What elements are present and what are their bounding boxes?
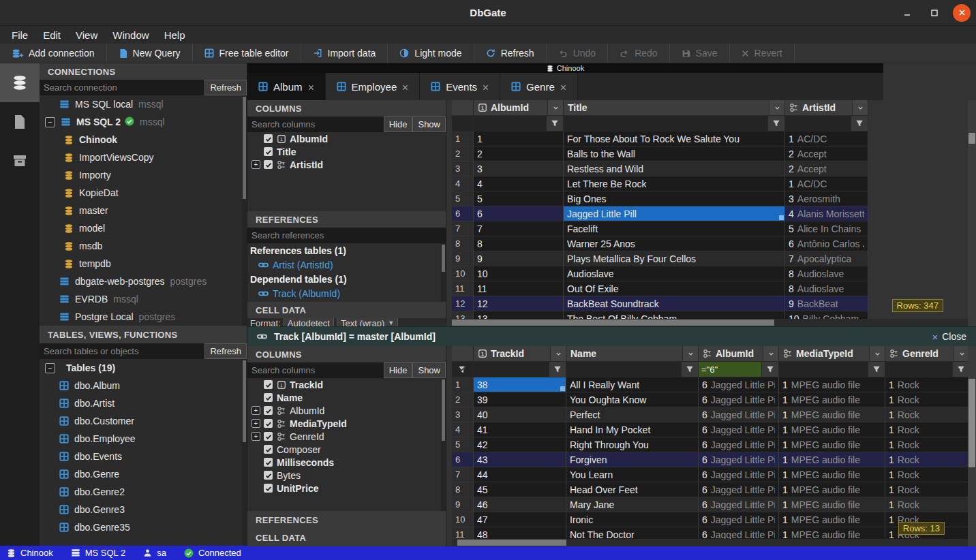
checkbox-checked[interactable] (264, 419, 273, 428)
filter-input-trackid[interactable] (474, 362, 566, 377)
tree-item-ms-sql-2[interactable]: −MS SQL 2mssql (40, 113, 247, 131)
data-cell[interactable]: 1MPEG audio file (779, 497, 885, 512)
tree-item-master[interactable]: master (40, 202, 247, 219)
tab-employee[interactable]: Employee (326, 73, 421, 100)
data-cell[interactable]: 39 (474, 392, 566, 407)
row-number-cell[interactable]: 2 (452, 392, 474, 407)
vertical-scrollbar[interactable] (968, 100, 976, 326)
horizontal-scrollbar[interactable] (452, 319, 968, 326)
data-cell[interactable]: 1Rock (885, 467, 970, 482)
minimize-button[interactable] (898, 4, 916, 22)
column-item-bytes[interactable]: Bytes (247, 469, 446, 482)
tree-item-tables-19-[interactable]: −Tables (19) (40, 359, 247, 377)
column-header-genreid[interactable]: GenreId (885, 346, 970, 362)
tab-close-icon[interactable] (560, 81, 566, 93)
scrollbar[interactable] (441, 243, 446, 302)
column-item-name[interactable]: Name (247, 391, 446, 404)
columns-hide-button[interactable]: Hide (384, 116, 413, 132)
close-reference-button[interactable]: × Close (932, 331, 966, 343)
data-cell[interactable]: 1Rock (885, 377, 970, 392)
column-item-genreid[interactable]: +GenreId (247, 430, 446, 443)
column-menu-button[interactable] (547, 100, 563, 115)
data-cell[interactable]: Right Through You (566, 437, 699, 452)
reference-link-artist-artistid-[interactable]: Artist (ArtistId) (247, 258, 446, 272)
reference-link-track-albumid-[interactable]: Track (AlbumId) (247, 286, 446, 300)
tree-item-dbo-genre3[interactable]: dbo.Genre3 (40, 501, 247, 518)
data-cell[interactable]: 45 (474, 482, 566, 497)
data-cell[interactable]: Mary Jane (566, 497, 699, 512)
tab-close-icon[interactable] (308, 81, 314, 93)
filter-input-albumid[interactable] (474, 116, 564, 131)
data-cell[interactable]: 6Jagged Little Pill (699, 497, 779, 512)
vertical-scrollbar-thumb[interactable] (969, 379, 975, 467)
filter-menu-button[interactable] (681, 362, 698, 377)
data-cell[interactable]: You Learn (566, 467, 699, 482)
data-cell[interactable]: Plays Metallica By Four Cellos (564, 251, 785, 266)
filter-menu-button[interactable] (549, 362, 566, 377)
tree-item-tempdb[interactable]: tempdb (40, 255, 247, 273)
row-number-cell[interactable]: 1 (452, 131, 474, 146)
row-number-cell[interactable]: 5 (452, 191, 474, 206)
checkbox-checked[interactable] (264, 134, 273, 143)
data-cell[interactable]: 1AC/DC (785, 176, 868, 191)
column-header-mediatypeid[interactable]: MediaTypeId (779, 346, 885, 362)
tree-item-dbo-genre2[interactable]: dbo.Genre2 (40, 483, 247, 501)
data-cell[interactable]: 38 (474, 377, 566, 392)
checkbox-checked[interactable] (264, 432, 273, 441)
data-cell[interactable]: 6Jagged Little Pill (699, 452, 779, 467)
data-cell[interactable]: You Oughta Know (566, 392, 699, 407)
data-cell[interactable]: Hand In My Pocket (566, 422, 699, 437)
tree-item-dbo-customer[interactable]: dbo.Customer (40, 412, 247, 430)
column-item-artistid[interactable]: +ArtistId (247, 158, 446, 171)
row-number-cell[interactable]: 8 (452, 236, 474, 251)
menu-edit[interactable]: Edit (35, 29, 68, 41)
data-cell[interactable]: Warner 25 Anos (564, 236, 785, 251)
row-number-cell[interactable]: 3 (452, 407, 474, 422)
scrollbar-thumb[interactable] (442, 379, 445, 441)
data-cell[interactable]: 1Rock (885, 437, 970, 452)
tree-item-dbo-genre35[interactable]: dbo.Genre35 (40, 518, 247, 536)
row-number-cell[interactable]: 1 (452, 377, 474, 392)
references-search-input[interactable] (247, 228, 446, 243)
data-cell[interactable]: 1Rock (885, 452, 970, 467)
free-table-editor-button[interactable]: Free table editor (193, 44, 301, 63)
columns-search-input[interactable] (247, 116, 384, 132)
data-cell[interactable]: Forgiven (566, 452, 699, 467)
horizontal-scrollbar[interactable] (452, 539, 968, 546)
data-cell[interactable]: 1 (474, 131, 564, 146)
tables-search-input[interactable] (40, 343, 204, 359)
collapse-expander-icon[interactable]: − (45, 117, 55, 127)
rail-item-database[interactable] (0, 63, 40, 102)
data-cell[interactable]: 1MPEG audio file (779, 377, 885, 392)
tree-item-importviewscopy[interactable]: ImportViewsCopy (40, 149, 247, 166)
add-connection-button[interactable]: Add connection (0, 44, 107, 63)
row-number-cell[interactable]: 2 (452, 146, 474, 161)
data-cell[interactable]: 1MPEG audio file (779, 422, 885, 437)
column-item-milliseconds[interactable]: Milliseconds (247, 456, 446, 469)
column-item-mediatypeid[interactable]: +MediaTypeId (247, 417, 446, 430)
row-number-cell[interactable]: 8 (452, 482, 474, 497)
row-number-cell[interactable]: 4 (452, 176, 474, 191)
checkbox-checked[interactable] (264, 471, 273, 480)
tab-album[interactable]: Album (247, 73, 326, 100)
scrollbar-thumb[interactable] (243, 97, 246, 199)
new-query-button[interactable]: New Query (107, 44, 193, 63)
data-cell[interactable]: 4 (474, 176, 564, 191)
format-autodetect-select[interactable]: Autodetect (284, 318, 334, 326)
expand-expander-icon[interactable]: + (251, 406, 260, 415)
tab-close-icon[interactable] (402, 81, 408, 93)
vertical-scrollbar-thumb[interactable] (969, 133, 975, 144)
data-cell[interactable]: 46 (474, 497, 566, 512)
tree-item-dbgate-web-postgres[interactable]: dbgate-web-postgrespostgres (40, 273, 247, 290)
column-header-title[interactable]: Title (564, 100, 785, 116)
data-cell[interactable]: 9BackBeat (785, 296, 868, 311)
row-number-cell[interactable]: 6 (452, 452, 474, 467)
data-cell[interactable]: 1MPEG audio file (779, 407, 885, 422)
columns-show-button[interactable]: Show (412, 116, 446, 132)
checkbox-checked[interactable] (264, 147, 273, 156)
filter-menu-button[interactable] (868, 362, 885, 377)
row-number-cell[interactable]: 10 (452, 512, 474, 527)
data-cell[interactable]: 7Apocalyptica (785, 251, 868, 266)
collapse-expander-icon[interactable]: − (45, 363, 55, 373)
column-menu-button[interactable] (869, 346, 885, 361)
